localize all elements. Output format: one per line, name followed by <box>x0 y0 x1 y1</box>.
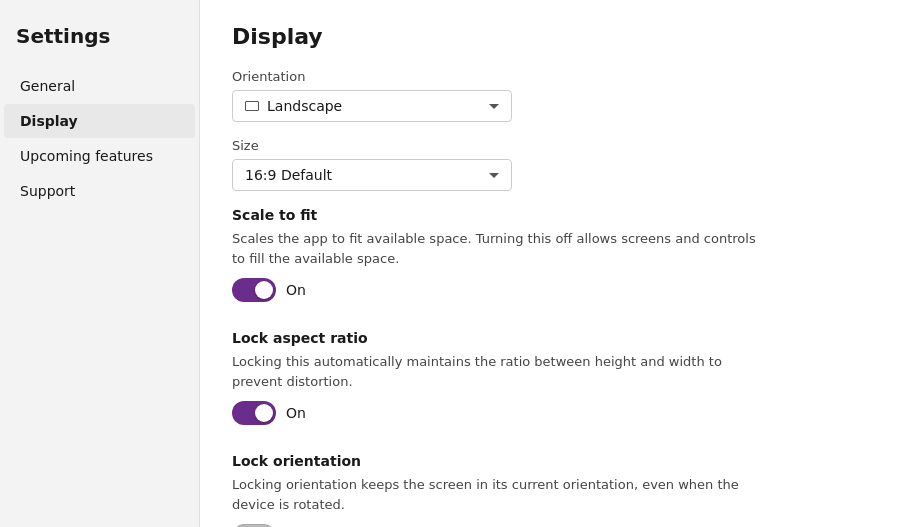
scale-to-fit-title: Scale to fit <box>232 207 887 223</box>
sidebar-item-support[interactable]: Support <box>4 174 195 208</box>
landscape-icon <box>245 101 259 111</box>
lock-aspect-ratio-toggle-row: On <box>232 401 887 425</box>
orientation-value: Landscape <box>267 98 342 114</box>
size-field: Size 16:9 Default <box>232 138 887 191</box>
sidebar-item-label: General <box>20 78 75 94</box>
scale-to-fit-toggle[interactable] <box>232 278 276 302</box>
chevron-down-icon <box>489 173 499 178</box>
lock-aspect-ratio-toggle-label: On <box>286 405 306 421</box>
scale-to-fit-section: Scale to fit Scales the app to fit avail… <box>232 207 887 302</box>
app-title: Settings <box>0 16 199 68</box>
sidebar: Settings General Display Upcoming featur… <box>0 0 200 527</box>
size-value: 16:9 Default <box>245 167 332 183</box>
size-label: Size <box>232 138 887 153</box>
lock-aspect-ratio-desc: Locking this automatically maintains the… <box>232 352 772 391</box>
sidebar-item-general[interactable]: General <box>4 69 195 103</box>
scale-to-fit-toggle-label: On <box>286 282 306 298</box>
sidebar-item-label: Display <box>20 113 78 129</box>
toggle-thumb <box>255 404 273 422</box>
scale-to-fit-desc: Scales the app to fit available space. T… <box>232 229 772 268</box>
sidebar-item-label: Support <box>20 183 75 199</box>
sidebar-item-upcoming-features[interactable]: Upcoming features <box>4 139 195 173</box>
lock-aspect-ratio-toggle[interactable] <box>232 401 276 425</box>
main-content: Display Orientation Landscape Size 16:9 … <box>200 0 919 527</box>
lock-aspect-ratio-title: Lock aspect ratio <box>232 330 887 346</box>
lock-aspect-ratio-section: Lock aspect ratio Locking this automatic… <box>232 330 887 425</box>
orientation-dropdown[interactable]: Landscape <box>232 90 512 122</box>
lock-orientation-title: Lock orientation <box>232 453 887 469</box>
lock-orientation-desc: Locking orientation keeps the screen in … <box>232 475 772 514</box>
toggle-thumb <box>255 281 273 299</box>
orientation-field: Orientation Landscape <box>232 69 887 122</box>
sidebar-item-display[interactable]: Display <box>4 104 195 138</box>
page-title: Display <box>232 24 887 49</box>
lock-orientation-section: Lock orientation Locking orientation kee… <box>232 453 887 527</box>
chevron-down-icon <box>489 104 499 109</box>
size-dropdown[interactable]: 16:9 Default <box>232 159 512 191</box>
orientation-label: Orientation <box>232 69 887 84</box>
scale-to-fit-toggle-row: On <box>232 278 887 302</box>
sidebar-item-label: Upcoming features <box>20 148 153 164</box>
